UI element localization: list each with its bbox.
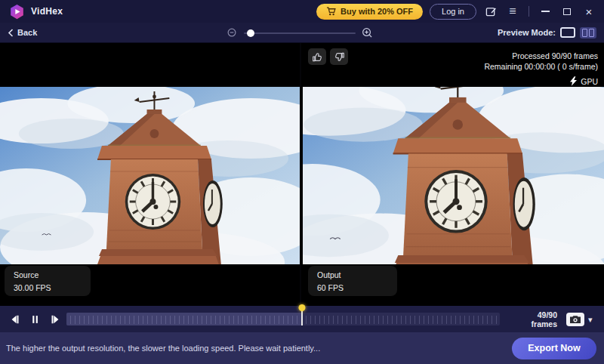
output-label: Output [317,270,388,279]
close-button[interactable]: × [581,4,596,19]
minimize-button[interactable] [538,4,553,19]
titlebar-divider [528,6,529,17]
export-now-button[interactable]: Export Now [512,338,596,359]
playback-bar: 49/90 frames ▾ [0,306,604,332]
source-video-frame [0,87,300,264]
camera-icon [569,315,581,324]
maximize-icon [563,8,571,15]
preview-mode-split-icon[interactable] [580,27,596,39]
next-frame-icon [50,314,61,325]
source-fps-value: 30.00 FPS [14,283,82,292]
previous-frame-icon [9,314,20,325]
maximize-button[interactable] [559,4,575,19]
footer-bar: The higher the output resolution, the sl… [0,332,604,364]
preview-mode-label: Preview Mode: [498,28,556,37]
split-right-cell [589,29,594,37]
zoom-control [226,23,373,43]
titlebar: VidHex Buy with 20% OFF Log in ≡ × [0,0,604,23]
app-branding: VidHex [9,4,63,20]
login-button[interactable]: Log in [430,4,476,20]
buy-button[interactable]: Buy with 20% OFF [316,4,423,20]
previous-frame-button[interactable] [6,311,23,328]
snapshot-dropdown-button[interactable]: ▾ [588,314,593,324]
feedback-icon [485,6,497,17]
output-video-frame [303,87,604,264]
playhead-handle[interactable] [301,308,303,325]
hamburger-icon: ≡ [509,5,516,17]
processing-status: Processed 90/90 frames Remaining 00:00:0… [484,51,598,86]
output-info-box: Output 60 FPS [308,266,397,296]
close-icon: × [586,6,593,17]
source-info-box: Source 30.00 FPS [5,266,91,296]
menu-button[interactable]: ≡ [505,4,520,19]
titlebar-actions: Buy with 20% OFF Log in ≡ × [316,4,596,20]
output-fps-value: 60 FPS [317,283,388,292]
pause-icon [30,314,40,325]
preview-mode-control: Preview Mode: [498,27,596,39]
gpu-label: GPU [581,77,598,86]
feedback-button[interactable] [483,4,498,19]
timeline-ticks [66,316,500,324]
frame-counter: 49/90 frames [512,310,557,329]
zoom-in-icon[interactable] [362,27,373,39]
remaining-time-text: Remaining 00:00:00 ( 0 s/frame) [484,61,598,72]
thumbs-down-button[interactable] [330,48,348,65]
pause-button[interactable] [26,311,43,328]
processed-frames-text: Processed 90/90 frames [484,51,598,61]
minimize-icon [541,11,550,12]
app-title: VidHex [31,6,63,17]
zoom-out-icon[interactable] [226,27,238,39]
source-label: Source [14,270,82,279]
gpu-indicator: GPU [484,76,598,86]
toolbar: Back Preview Mode: [0,23,604,43]
timeline-slider[interactable] [66,313,500,325]
preview-mode-single-icon[interactable] [560,27,575,38]
split-left-cell [582,29,587,37]
feedback-thumbs [308,48,348,65]
back-chevron-icon [8,29,14,37]
next-frame-button[interactable] [47,311,63,328]
back-button[interactable]: Back [8,28,37,37]
snapshot-button[interactable] [566,313,584,326]
thumbs-up-icon [312,51,323,63]
thumbs-up-button[interactable] [308,48,326,65]
playback-controls [6,306,63,332]
dropdown-arrow-icon: ▾ [588,314,593,323]
notice-text: The higher the output resolution, the sl… [6,344,320,353]
buy-button-label: Buy with 20% OFF [341,7,413,16]
cart-icon [326,7,336,16]
zoom-slider-thumb[interactable] [247,29,254,37]
lightning-bolt-icon [570,76,577,86]
back-label: Back [17,28,37,37]
preview-stage: Processed 90/90 frames Remaining 00:00:0… [0,43,604,306]
zoom-slider[interactable] [244,32,356,34]
thumbs-down-icon [334,51,345,63]
app-logo-icon [9,4,25,20]
